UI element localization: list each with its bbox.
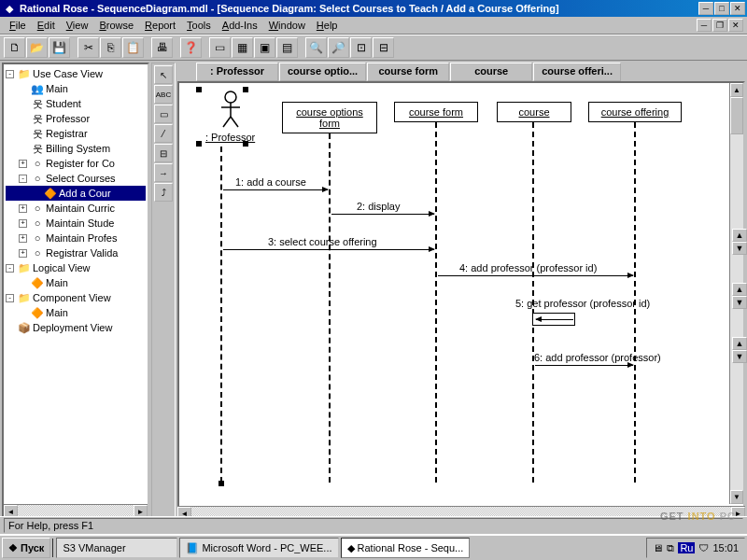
tree-item[interactable]: 웃Registrar <box>6 126 146 141</box>
tray-icon[interactable]: 🖥 <box>653 542 663 553</box>
anchor-tool[interactable]: ∕ <box>154 124 173 143</box>
tree-item[interactable]: 🔶Main <box>6 275 146 290</box>
scroll-down-icon[interactable]: ▼ <box>730 490 743 504</box>
selection-handle[interactable] <box>243 87 248 92</box>
mdi-minimize-button[interactable]: ─ <box>697 19 712 32</box>
selection-handle[interactable] <box>196 141 202 147</box>
selection-handle[interactable] <box>243 141 248 147</box>
undo-fit-button[interactable]: ⊟ <box>373 37 394 58</box>
message-arrow[interactable] <box>438 275 633 276</box>
menu-report[interactable]: Report <box>139 18 181 33</box>
menu-view[interactable]: View <box>61 18 94 33</box>
selection-handle[interactable] <box>196 87 202 92</box>
message-arrow[interactable] <box>536 319 573 320</box>
return-tool[interactable]: ⤴ <box>154 183 173 202</box>
tree-item[interactable]: -📁Component View <box>6 290 146 305</box>
menu-addins[interactable]: Add-Ins <box>217 18 263 33</box>
message-label[interactable]: 3: select course offering <box>268 236 377 247</box>
message-label[interactable]: 2: display <box>357 201 400 212</box>
browser-tree[interactable]: -📁Use Case View👥Main웃Student웃Professor웃R… <box>2 63 149 520</box>
tree-item[interactable]: +○Maintain Curric <box>6 201 146 216</box>
message-label[interactable]: 6: add professor (professor) <box>534 352 661 363</box>
tab-course-offering[interactable]: course offeri... <box>533 63 621 81</box>
message-label[interactable]: 4: add professor (professor id) <box>459 262 597 273</box>
tree-item[interactable]: +○Register for Co <box>6 156 146 171</box>
task-rational-rose[interactable]: ◆Rational Rose - Sequ... <box>341 538 471 558</box>
tree-item[interactable]: 웃Billing System <box>6 141 146 156</box>
scroll-up-icon[interactable]: ▲ <box>732 337 747 350</box>
tray-icon[interactable]: 🛡 <box>698 542 709 553</box>
lifeline-course-options[interactable] <box>329 133 331 483</box>
new-button[interactable]: 🗋 <box>4 37 25 58</box>
selection-handle[interactable] <box>218 481 224 486</box>
object-tool[interactable]: ⊟ <box>154 144 173 162</box>
task-s3vmanager[interactable]: S3 VManager <box>56 538 177 558</box>
browse-class-button[interactable]: ▭ <box>209 37 231 58</box>
copy-button[interactable]: ⎘ <box>100 37 121 58</box>
tree-item[interactable]: 🔶Main <box>6 305 146 320</box>
tree-expand-icon[interactable]: + <box>19 234 27 243</box>
message-arrow[interactable] <box>223 249 434 250</box>
message-label[interactable]: 1: add a course <box>235 176 306 188</box>
zoom-in-button[interactable]: 🔍 <box>305 37 327 58</box>
diagram-canvas[interactable]: : Professor course options form course f… <box>177 81 745 520</box>
tree-expand-icon[interactable]: - <box>6 294 14 302</box>
note-tool[interactable]: ▭ <box>154 105 173 123</box>
menu-file[interactable]: File <box>4 18 32 33</box>
browse-deployment-button[interactable]: ▤ <box>276 37 298 58</box>
pointer-tool[interactable]: ↖ <box>154 65 173 84</box>
tree-item[interactable]: +○Registrar Valida <box>6 245 146 260</box>
menu-edit[interactable]: Edit <box>32 18 61 33</box>
system-tray[interactable]: 🖥 ⧉ Ru 🛡 15:01 <box>646 538 745 558</box>
lifeline-course-form[interactable] <box>435 122 437 483</box>
tree-expand-icon[interactable]: - <box>6 264 14 273</box>
actor-professor[interactable]: : Professor <box>205 91 255 143</box>
clock[interactable]: 15:01 <box>712 542 739 553</box>
tree-item[interactable]: +○Maintain Profes <box>6 231 146 245</box>
help-context-button[interactable]: ❓ <box>180 37 202 58</box>
message-arrow[interactable] <box>535 365 633 366</box>
tree-expand-icon[interactable]: + <box>19 160 27 168</box>
fit-button[interactable]: ⊡ <box>350 37 372 58</box>
tree-item[interactable]: -○Select Courses <box>6 171 146 186</box>
print-button[interactable]: 🖶 <box>151 37 173 58</box>
mdi-restore-button[interactable]: ❐ <box>712 19 727 32</box>
tab-course-form[interactable]: course form <box>367 63 449 81</box>
tree-expand-icon[interactable]: + <box>19 219 27 228</box>
tab-course-options[interactable]: course optio... <box>279 63 366 81</box>
lifeline-professor[interactable] <box>220 147 222 483</box>
menu-browse[interactable]: Browse <box>93 18 139 33</box>
scroll-down-icon[interactable]: ▼ <box>732 296 747 309</box>
mdi-close-button[interactable]: ✕ <box>728 19 743 32</box>
tree-item[interactable]: +○Maintain Stude <box>6 216 146 231</box>
browse-interaction-button[interactable]: ▦ <box>232 37 253 58</box>
object-course[interactable]: course <box>497 102 571 122</box>
tree-item[interactable]: 🔶Add a Cour <box>6 186 146 201</box>
scroll-down-icon[interactable]: ▼ <box>732 350 747 363</box>
tree-expand-icon[interactable]: - <box>6 70 14 78</box>
tree-expand-icon[interactable]: - <box>19 175 27 183</box>
menu-tools[interactable]: Tools <box>181 18 217 33</box>
message-arrow[interactable] <box>223 189 328 190</box>
start-button[interactable]: ❖ Пуск <box>2 538 50 558</box>
cut-button[interactable]: ✂ <box>78 37 99 58</box>
maximize-button[interactable]: □ <box>714 2 729 15</box>
message-arrow[interactable] <box>331 214 434 215</box>
minimize-button[interactable]: ─ <box>698 2 713 15</box>
object-course-options-form[interactable]: course options form <box>282 102 377 133</box>
tray-icon[interactable]: ⧉ <box>667 542 674 554</box>
browse-component-button[interactable]: ▣ <box>254 37 275 58</box>
close-button[interactable]: ✕ <box>730 2 745 15</box>
tree-item[interactable]: 웃Student <box>6 96 146 111</box>
scroll-thumb[interactable] <box>730 97 743 134</box>
scroll-up-icon[interactable]: ▲ <box>730 83 743 97</box>
task-msword[interactable]: 📘Microsoft Word - PC_WEE... <box>179 538 338 558</box>
tree-item[interactable]: -📁Use Case View <box>6 66 146 81</box>
paste-button[interactable]: 📋 <box>122 37 144 58</box>
tree-item[interactable]: -📁Logical View <box>6 260 146 275</box>
tree-item[interactable]: 웃Professor <box>6 111 146 126</box>
object-course-form[interactable]: course form <box>394 102 478 122</box>
scroll-down-icon[interactable]: ▼ <box>732 242 747 255</box>
language-indicator[interactable]: Ru <box>678 542 695 553</box>
menu-window[interactable]: Window <box>263 18 311 33</box>
